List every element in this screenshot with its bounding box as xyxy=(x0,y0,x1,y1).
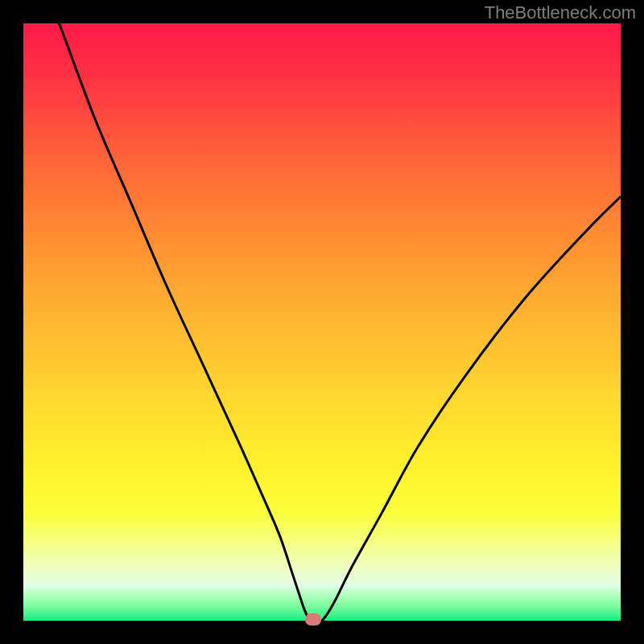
chart-marker-dot xyxy=(305,613,321,625)
chart-line-layer xyxy=(23,23,621,621)
watermark-text: TheBottleneck.com xyxy=(485,2,636,23)
chart-plot-area xyxy=(23,23,621,621)
chart-frame: TheBottleneck.com xyxy=(0,0,644,644)
bottleneck-curve xyxy=(23,23,621,621)
